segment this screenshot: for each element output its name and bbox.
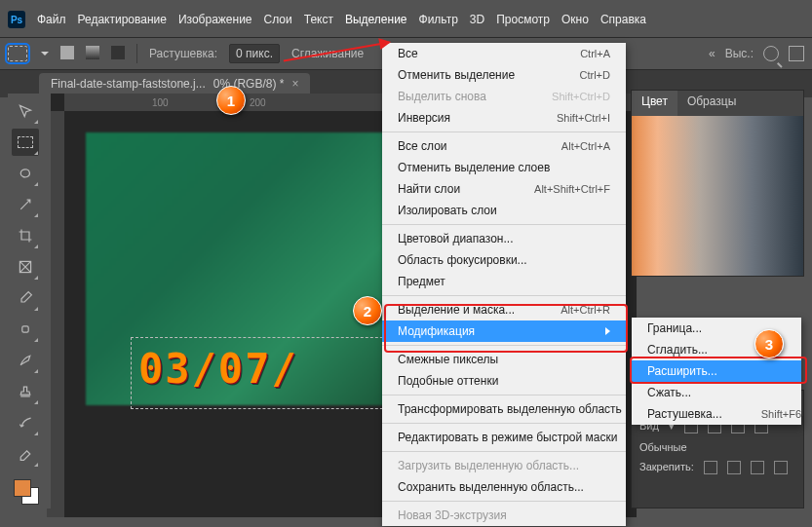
submenu-arrow-icon: [605, 327, 610, 335]
eyedropper-tool[interactable]: [12, 284, 39, 312]
menu-item-color-range[interactable]: Цветовой диапазон...: [382, 228, 626, 249]
tool-preset-chevron-icon[interactable]: [41, 52, 49, 56]
blend-mode[interactable]: Обычные: [639, 441, 687, 453]
brush-tool[interactable]: [12, 347, 39, 374]
menu-edit[interactable]: Редактирование: [78, 13, 167, 26]
eraser-tool[interactable]: [12, 440, 39, 468]
workspace-icon[interactable]: [789, 46, 804, 61]
date-stamp-text: 03/07/: [138, 345, 298, 393]
document-title: Final-date-stamp-faststone.j...: [51, 77, 206, 91]
menu-item-isolate-layers[interactable]: Изолировать слои: [382, 200, 626, 221]
menu-type[interactable]: Текст: [304, 13, 333, 26]
annotation-callout-3: 3: [754, 329, 784, 358]
color-picker[interactable]: [632, 116, 803, 276]
menu-file[interactable]: Файл: [37, 13, 66, 26]
close-icon[interactable]: ×: [291, 77, 298, 91]
lock-label: Закрепить:: [639, 461, 694, 474]
lasso-tool[interactable]: [12, 160, 39, 187]
menu-item-3d-extrusion: Новая 3D-экструзия: [382, 505, 626, 526]
marquee-sub-icon[interactable]: [111, 46, 125, 62]
menu-image[interactable]: Изображение: [178, 13, 252, 26]
menu-item-reselect: Выделить сноваShift+Ctrl+D: [382, 86, 626, 107]
search-icon[interactable]: [763, 46, 779, 61]
menu-item-select-and-mask[interactable]: Выделение и маска...Alt+Ctrl+R: [382, 299, 626, 320]
marquee-tool[interactable]: [12, 129, 39, 156]
menu-help[interactable]: Справка: [600, 13, 646, 26]
frame-tool[interactable]: [12, 253, 39, 281]
menu-window[interactable]: Окно: [561, 13, 589, 26]
select-menu-dropdown: ВсеCtrl+A Отменить выделениеCtrl+D Выдел…: [382, 43, 626, 526]
tab-swatches[interactable]: Образцы: [677, 91, 746, 116]
lock-pos-icon[interactable]: [751, 461, 764, 474]
feather-label: Растушевка:: [149, 47, 217, 60]
lock-all-icon[interactable]: [774, 461, 788, 474]
menu-item-transform-selection[interactable]: Трансформировать выделенную область: [382, 398, 626, 420]
current-tool-icon[interactable]: [8, 46, 27, 61]
marquee-add-icon[interactable]: [86, 46, 99, 62]
color-swatches[interactable]: [12, 477, 39, 505]
feather-value[interactable]: 0 пикс.: [229, 44, 280, 63]
menu-item-modify[interactable]: Модификация: [382, 320, 626, 342]
menu-item-focus-area[interactable]: Область фокусировки...: [382, 249, 626, 271]
menu-item-deselect[interactable]: Отменить выделениеCtrl+D: [382, 64, 626, 86]
photoshop-logo: Ps: [8, 11, 25, 28]
menu-filter[interactable]: Фильтр: [419, 13, 458, 26]
marquee-new-icon[interactable]: [60, 46, 74, 62]
lock-pixels-icon[interactable]: [727, 461, 741, 474]
menu-item-subject[interactable]: Предмет: [382, 271, 626, 292]
collapse-icon[interactable]: «: [709, 47, 715, 60]
menu-item-find-layers[interactable]: Найти слоиAlt+Shift+Ctrl+F: [382, 178, 626, 200]
menu-layers[interactable]: Слои: [264, 13, 292, 26]
svg-rect-1: [22, 326, 28, 332]
crop-tool[interactable]: [12, 222, 39, 249]
move-tool[interactable]: [12, 97, 39, 125]
submenu-item-contract[interactable]: Сжать...: [632, 382, 801, 403]
menu-item-grow[interactable]: Смежные пикселы: [382, 349, 626, 370]
history-brush-tool[interactable]: [12, 409, 39, 436]
menu-item-all-layers[interactable]: Все слоиAlt+Ctrl+A: [382, 135, 626, 157]
annotation-callout-1: 1: [216, 86, 246, 115]
heal-tool[interactable]: [12, 316, 39, 343]
color-panel: Цвет Образцы: [631, 90, 804, 277]
annotation-callout-2: 2: [353, 296, 382, 325]
menu-item-inverse[interactable]: ИнверсияShift+Ctrl+I: [382, 107, 626, 129]
menu-item-load-selection: Загрузить выделенную область...: [382, 455, 626, 476]
lock-trans-icon[interactable]: [704, 461, 717, 474]
tab-color[interactable]: Цвет: [632, 91, 677, 116]
menubar: Ps Файл Редактирование Изображение Слои …: [0, 0, 812, 31]
menu-item-all[interactable]: ВсеCtrl+A: [382, 43, 626, 64]
submenu-item-expand[interactable]: Расширить...: [632, 360, 801, 382]
toolbar: [8, 94, 51, 508]
menu-item-similar[interactable]: Подобные оттенки: [382, 370, 626, 392]
menu-view[interactable]: Просмотр: [496, 13, 550, 26]
wand-tool[interactable]: [12, 191, 39, 218]
stamp-tool[interactable]: [12, 378, 39, 405]
submenu-item-feather[interactable]: Растушевка...Shift+F6: [632, 403, 801, 425]
width-label: Выс.:: [725, 47, 754, 60]
menu-3d[interactable]: 3D: [470, 13, 484, 26]
menu-item-save-selection[interactable]: Сохранить выделенную область...: [382, 476, 626, 498]
menu-select[interactable]: Выделение: [345, 13, 407, 26]
menu-item-quick-mask[interactable]: Редактировать в режиме быстрой маски: [382, 427, 626, 448]
document-tab[interactable]: Final-date-stamp-faststone.j... 0% (RGB/…: [39, 73, 310, 94]
menu-item-deselect-layers[interactable]: Отменить выделение слоев: [382, 157, 626, 178]
